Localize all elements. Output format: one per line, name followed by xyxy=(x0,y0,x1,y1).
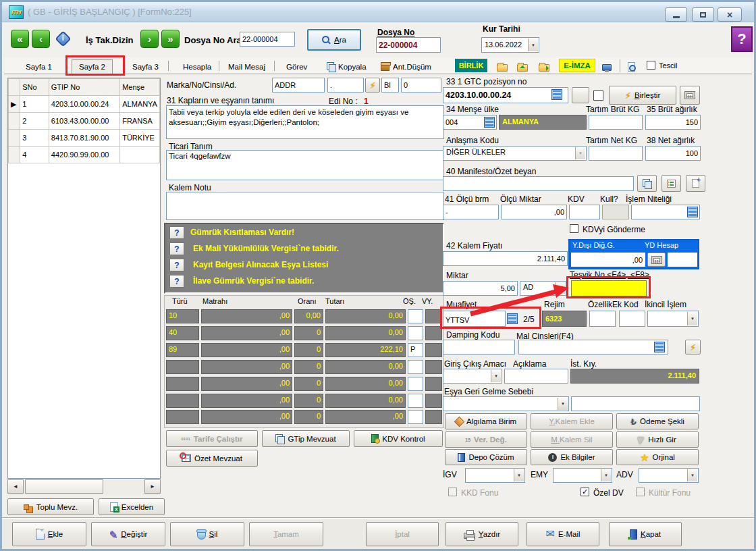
lookup-icon[interactable] xyxy=(687,207,698,217)
table-row[interactable]: 4 4420.90.99.00.00 xyxy=(9,147,160,163)
table-row[interactable]: 2 6103.43.00.00.00 FRANSA xyxy=(9,113,160,130)
open-folder-button[interactable] xyxy=(494,59,510,74)
dosya-no-value[interactable] xyxy=(376,37,441,53)
os-input[interactable] xyxy=(408,360,423,374)
warning-help-button[interactable]: ? xyxy=(169,242,184,255)
esya-geri-gelme-input[interactable] xyxy=(571,396,700,411)
olcu-miktar-input[interactable] xyxy=(501,205,567,219)
giris-cikis-dropdown[interactable] xyxy=(443,369,502,384)
ticari-tanim-textarea[interactable]: Ticari 4qgefawfzw xyxy=(166,150,444,180)
close-button[interactable]: × xyxy=(718,7,742,22)
birlik-button[interactable]: BİRLİK xyxy=(455,59,487,72)
lookup-icon[interactable] xyxy=(654,342,665,352)
ekle-button[interactable]: Ekle xyxy=(12,522,86,546)
tesvik-input[interactable] xyxy=(571,280,647,296)
algilama-birim-button[interactable]: Algılama Birim xyxy=(445,413,527,429)
next-record-button[interactable]: › xyxy=(140,30,159,48)
kdv-input[interactable] xyxy=(569,205,600,219)
brut-agirlik-input[interactable] xyxy=(645,115,701,130)
dosya-no-ara-input[interactable] xyxy=(240,32,295,47)
os-input[interactable] xyxy=(408,394,423,408)
last-record-button[interactable]: » xyxy=(161,30,180,48)
info-icon[interactable] xyxy=(55,30,71,47)
warning-help-button[interactable]: ? xyxy=(169,259,184,271)
toplu-mevz-button[interactable]: Toplu Mevz. xyxy=(7,498,94,515)
os-input[interactable]: P xyxy=(408,343,423,357)
scrollbar-thumb[interactable] xyxy=(25,479,103,494)
ara-button[interactable]: Ara xyxy=(307,29,361,51)
ozel-dv-checkbox[interactable] xyxy=(580,488,589,496)
lookup-icon[interactable] xyxy=(507,313,518,324)
emy-dropdown[interactable] xyxy=(553,468,612,483)
tab-gorev[interactable]: Görev xyxy=(279,59,314,74)
mal-zap-button[interactable]: ⚡ xyxy=(685,340,701,355)
muafiyet-input[interactable] xyxy=(443,311,506,327)
calculator-button[interactable] xyxy=(680,86,700,105)
ek-bilgiler-button[interactable]: !Ek Bilgiler xyxy=(531,449,613,465)
sil-button[interactable]: Sil xyxy=(170,522,244,546)
tartim-brut-input[interactable] xyxy=(589,115,643,130)
scroll-left-icon[interactable]: ◄ xyxy=(7,479,24,494)
tab-hesapla[interactable]: Hesapla xyxy=(176,59,218,74)
net-agirlik-input[interactable] xyxy=(645,146,701,161)
yazdir-button[interactable]: Yazdır xyxy=(446,522,518,546)
tab-sayfa3[interactable]: Sayfa 3 xyxy=(126,59,165,74)
tartim-net-input[interactable] xyxy=(589,146,643,161)
kalem-notu-textarea[interactable] xyxy=(166,192,444,220)
manifesto-add-button[interactable] xyxy=(686,175,705,192)
lookup-icon[interactable] xyxy=(484,117,495,128)
miktar-input[interactable] xyxy=(443,281,518,296)
igv-dropdown[interactable] xyxy=(465,468,525,483)
marka-zap-button[interactable]: ⚡ xyxy=(365,78,380,93)
bl-num-input[interactable] xyxy=(401,78,441,93)
manifesto-input[interactable] xyxy=(443,176,634,191)
gtc-input[interactable] xyxy=(443,87,568,103)
tab-sayfa1[interactable]: Sayfa 1 xyxy=(19,59,59,74)
kdvyi-gonderme-checkbox[interactable] xyxy=(570,224,578,233)
os-input[interactable] xyxy=(408,309,423,323)
manifesto-note-button[interactable] xyxy=(637,175,657,192)
kapat-button[interactable]: Kapat xyxy=(609,522,682,546)
birlestir-button[interactable]: ⚡Birleştir xyxy=(609,86,676,105)
ikincil-islem-dropdown[interactable] xyxy=(647,311,699,327)
grid-hscrollbar[interactable]: ◄ ► xyxy=(7,479,161,495)
mal-cinsleri-input[interactable] xyxy=(518,340,668,355)
tescil-checkbox[interactable] xyxy=(647,61,655,70)
aciklama-input[interactable] xyxy=(504,369,568,384)
email-button[interactable]: ✉E-Mail xyxy=(526,522,599,546)
anlasma-kodu-dropdown[interactable]: DİĞER ÜLKELER xyxy=(443,146,587,161)
yd-calc-button[interactable] xyxy=(647,253,666,267)
kdv-kontrol-button[interactable]: KDV Kontrol xyxy=(354,430,443,447)
warning-help-button[interactable]: ? xyxy=(169,275,184,288)
first-record-button[interactable]: « xyxy=(11,30,29,48)
orjinal-button[interactable]: ★Orjinal xyxy=(616,449,699,465)
kopyala-button[interactable]: Kopyala xyxy=(320,59,373,74)
tab-mail-mesaj[interactable]: Mail Mesaj xyxy=(221,59,272,74)
prev-record-button[interactable]: ‹ xyxy=(32,30,50,48)
ozellik-input-1[interactable] xyxy=(589,311,616,327)
monitor-button[interactable] xyxy=(599,59,614,74)
gtip-mevzuat-button[interactable]: GTip Mevzuat xyxy=(262,430,350,447)
degistir-button[interactable]: ✎Değiştir xyxy=(91,522,165,546)
manifesto-list-button[interactable] xyxy=(662,175,681,192)
bl-input[interactable] xyxy=(381,78,399,93)
e-imza-button[interactable]: E-İMZA xyxy=(559,59,595,72)
gtc-checkbox[interactable] xyxy=(593,90,603,101)
os-input[interactable] xyxy=(408,326,423,340)
maximize-button[interactable] xyxy=(692,7,714,22)
ozellik-input-2[interactable] xyxy=(619,311,645,327)
kalem-fiyati-input[interactable] xyxy=(443,251,568,266)
os-input[interactable] xyxy=(408,377,423,391)
import-folder-button[interactable] xyxy=(514,59,531,74)
table-row[interactable]: ▶ 1 4203.10.00.00.24 ALMANYA xyxy=(9,96,160,113)
damping-kodu-input[interactable] xyxy=(443,340,515,355)
olcu-brm-input[interactable] xyxy=(443,205,499,219)
adv-dropdown[interactable] xyxy=(639,468,699,483)
table-row[interactable]: 3 8413.70.81.90.00 TÜRKİYE xyxy=(9,130,160,147)
doc-search-button[interactable] xyxy=(625,59,638,74)
minimize-button[interactable] xyxy=(665,7,687,22)
tab-sayfa2[interactable]: Sayfa 2 xyxy=(72,59,113,74)
esya-geri-gelme-dropdown[interactable] xyxy=(443,396,569,411)
yd-hesap-input[interactable] xyxy=(668,253,697,267)
excelden-button[interactable]: XExcelden xyxy=(99,498,165,515)
